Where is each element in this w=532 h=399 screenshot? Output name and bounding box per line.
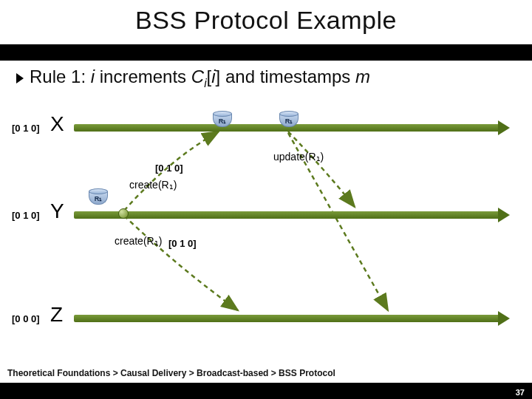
ts-z: [0 0 0] xyxy=(12,313,40,324)
replica-x-2: R₁ xyxy=(279,111,299,129)
timeline-z-head-icon xyxy=(498,311,510,326)
rule-prefix: Rule 1: xyxy=(30,66,91,86)
ts-y: [0 1 0] xyxy=(12,210,40,221)
rule-ci: C xyxy=(191,66,204,86)
rule-mid2: and timestamps xyxy=(220,66,355,86)
breadcrumb: Theoretical Foundations > Causal Deliver… xyxy=(7,368,335,378)
label-create-r1-2: create(R₁) xyxy=(115,235,162,247)
rule-bracket-i: i xyxy=(211,66,215,86)
timeline-y-head-icon xyxy=(498,208,510,222)
replica-x-1: R₁ xyxy=(213,111,232,129)
timeline-x-head-icon xyxy=(498,120,510,135)
ts-x: [0 1 0] xyxy=(12,123,40,134)
page-number: 37 xyxy=(516,388,525,397)
timeline-z xyxy=(74,313,510,324)
timeline-y-shaft xyxy=(74,211,499,219)
rule-mid1: increments xyxy=(95,66,191,86)
diagram-container: [0 1 0] X R₁ R₁ [0 1 0] Y R₁ [0 1 0] cre… xyxy=(0,96,532,347)
replica-label: R₁ xyxy=(279,117,299,125)
footer-bar: 37 xyxy=(0,383,532,399)
title-bar xyxy=(0,44,532,61)
timeline-y xyxy=(74,210,510,220)
proc-z: Z xyxy=(50,303,63,327)
slide-root: BSS Protocol Example Rule 1: i increment… xyxy=(0,0,532,399)
arrows-svg xyxy=(0,96,532,347)
rule-m: m xyxy=(355,66,370,86)
replica-label: R₁ xyxy=(213,117,232,125)
timeline-z-shaft xyxy=(74,315,499,322)
slide-title: BSS Protocol Example xyxy=(0,6,532,35)
label-create-r1: create(R₁) xyxy=(129,179,177,191)
replica-y-origin: R₁ xyxy=(89,188,108,206)
rule-ci-sub: i xyxy=(204,77,206,89)
ts-after-create-z: [0 1 0] xyxy=(168,238,197,249)
label-update-r1: update(R₁) xyxy=(273,151,324,163)
bullet-triangle-icon xyxy=(16,73,24,83)
replica-label: R₁ xyxy=(89,195,108,202)
event-node-y xyxy=(118,208,129,219)
proc-y: Y xyxy=(50,200,64,223)
rule-text: Rule 1: i increments Ci[i] and timestamp… xyxy=(16,66,519,90)
proc-x: X xyxy=(50,112,64,136)
ts-above-create: [0 1 0] xyxy=(155,163,183,174)
